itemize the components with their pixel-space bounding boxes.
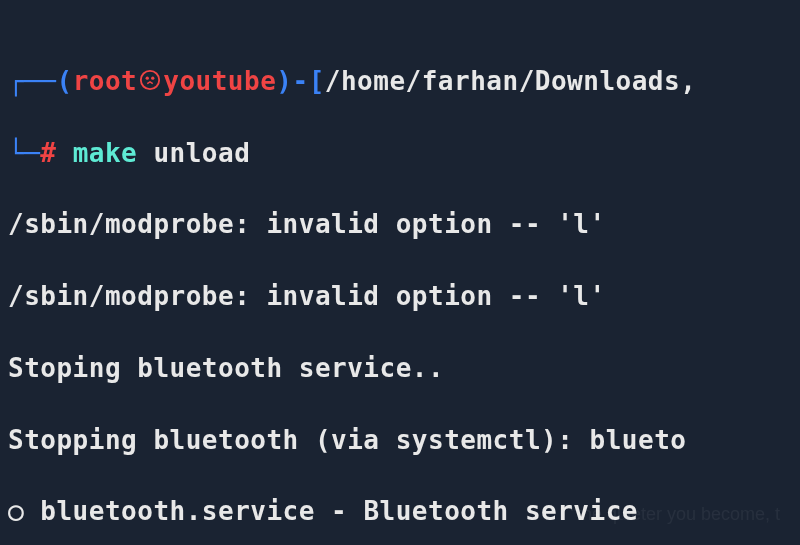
prompt-sep: - xyxy=(292,66,308,96)
service-name: bluetooth.service - Bluetooth service xyxy=(40,496,638,526)
svg-point-2 xyxy=(151,77,154,80)
prompt-corner: ┌── xyxy=(8,66,56,96)
svg-point-0 xyxy=(141,71,159,89)
prompt-open-bracket: [ xyxy=(309,66,325,96)
command-arg: unload xyxy=(137,138,250,168)
terminal[interactable]: ┌──(rootyoutube)-[/home/farhan/Downloads… xyxy=(0,0,800,545)
status-bullet-icon: ○ xyxy=(8,496,40,526)
prompt-line-1: ┌──(rootyoutube)-[/home/farhan/Downloads… xyxy=(8,64,800,100)
prompt-user: root xyxy=(73,66,138,96)
output-line: Stopping bluetooth (via systemctl): blue… xyxy=(8,423,800,459)
prompt-elbow: └─ xyxy=(8,138,40,168)
command-name: make xyxy=(73,138,138,168)
output-line: /sbin/modprobe: invalid option -- 'l' xyxy=(8,279,800,315)
svg-point-1 xyxy=(146,77,149,80)
skull-icon xyxy=(137,66,163,96)
prompt-hash: # xyxy=(40,138,56,168)
prompt-host: youtube xyxy=(163,66,276,96)
prompt-open-paren: ( xyxy=(56,66,72,96)
prompt-close-paren: ) xyxy=(276,66,292,96)
prompt-line-2: └─# make unload xyxy=(8,136,800,172)
output-line: /sbin/modprobe: invalid option -- 'l' xyxy=(8,207,800,243)
output-line: Stoping bluetooth service.. xyxy=(8,351,800,387)
kali-tagline: "the quieter you become, t xyxy=(570,502,780,527)
prompt-cwd: /home/farhan/Downloads, xyxy=(325,66,697,96)
